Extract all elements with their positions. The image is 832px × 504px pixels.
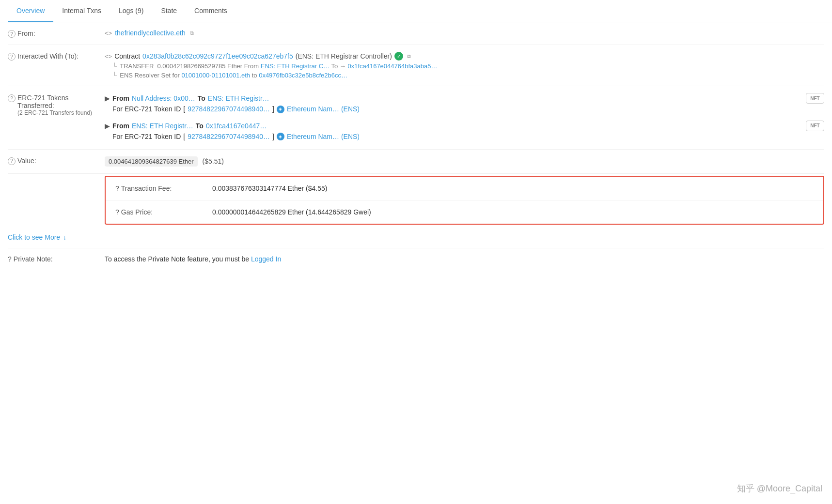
interacted-with-value: <> Contract 0x283af0b28c62c092c9727f1ee0… xyxy=(105,52,824,79)
value-row: ? Value: 0.004641809364827639 Ether ($5.… xyxy=(8,150,824,174)
main-content: ? From: <> thefriendlycollective.eth ⧉ ?… xyxy=(0,22,832,270)
transaction-fee-row: ? Transaction Fee: 0.003837676303147774 … xyxy=(106,177,823,200)
erc721-row: ? ERC-721 Tokens Transferred: (2 ERC-721… xyxy=(8,86,824,150)
from-address-link[interactable]: thefriendlycollective.eth xyxy=(115,29,186,37)
value-amount: 0.004641809364827639 Ether ($5.51) xyxy=(105,156,824,167)
erc721-value: ▶ From Null Address: 0x00… To ENS: ETH R… xyxy=(105,93,824,142)
nft-badge-1: NFT xyxy=(806,93,824,104)
eth-icon-1: ◈ xyxy=(277,106,284,113)
transfer1-token-name[interactable]: Ethereum Nam… (ENS) xyxy=(287,104,360,114)
from-value: <> thefriendlycollective.eth ⧉ xyxy=(105,29,824,37)
copy-from-icon[interactable]: ⧉ xyxy=(188,30,195,36)
resolver-link2[interactable]: 0x4976fb03c32e5b8cfe2b6cc… xyxy=(259,72,347,79)
gasprice-amount: 0.000000014644265829 Ether (14.644265829… xyxy=(212,208,371,216)
transfer-line: TRANSFER 0.000421982669529785 Ether From… xyxy=(112,62,824,70)
from-label: ? From: xyxy=(8,29,105,38)
resolver-line: ENS Resolver Set for 01001000-01101001.e… xyxy=(112,72,824,79)
interacted-with-row: ? Interacted With (To): <> Contract 0x28… xyxy=(8,45,824,86)
private-note-row: ? Private Note: To access the Private No… xyxy=(8,248,824,270)
transfer1-to-link[interactable]: ENS: ETH Registr… xyxy=(208,93,269,104)
value-usd: ($5.51) xyxy=(203,157,224,165)
transfer-to-link[interactable]: 0x1fca4167e044764bfa3aba5… xyxy=(347,62,437,70)
contract-prefix: Contract xyxy=(114,52,140,60)
contract-code-icon: <> xyxy=(105,53,112,60)
transfer2-token-name[interactable]: Ethereum Nam… (ENS) xyxy=(287,131,360,142)
tab-bar: Overview Internal Txns Logs (9) State Co… xyxy=(0,0,832,22)
logged-in-link[interactable]: Logged In xyxy=(251,255,281,263)
arrow-icon-2: ▶ xyxy=(105,121,110,131)
private-note-text: To access the Private Note feature, you … xyxy=(105,255,281,263)
erc721-help-icon[interactable]: ? xyxy=(8,94,16,102)
txfee-help-icon[interactable]: ? xyxy=(115,184,119,192)
transfer2-to-link[interactable]: 0x1fca4167e0447… xyxy=(206,121,267,131)
eth-icon-2: ◈ xyxy=(277,133,284,140)
tab-internal-txns[interactable]: Internal Txns xyxy=(53,0,110,22)
value-help-icon[interactable]: ? xyxy=(8,157,16,165)
resolver-link1[interactable]: 01001000-01101001.eth xyxy=(181,72,250,79)
transfer1-from-link[interactable]: Null Address: 0x00… xyxy=(132,93,195,104)
value-label: ? Value: xyxy=(8,156,105,165)
txfee-amount: 0.003837676303147774 Ether ($4.55) xyxy=(212,184,327,192)
verified-icon: ✓ xyxy=(394,52,403,61)
interacted-help-icon[interactable]: ? xyxy=(8,53,16,61)
arrow-icon-1: ▶ xyxy=(105,93,110,104)
contract-address-link[interactable]: 0x283af0b28c62c092c9727f1ee09c02ca627eb7… xyxy=(142,52,293,60)
gasprice-help-icon[interactable]: ? xyxy=(115,208,119,216)
tab-logs[interactable]: Logs (9) xyxy=(110,0,152,22)
tab-state[interactable]: State xyxy=(152,0,186,22)
value-ether-badge: 0.004641809364827639 Ether xyxy=(105,156,198,167)
from-row: ? From: <> thefriendlycollective.eth ⧉ xyxy=(8,22,824,45)
contract-name: (ENS: ETH Registrar Controller) xyxy=(296,52,392,60)
from-help-icon[interactable]: ? xyxy=(8,30,16,38)
erc721-transfer-2: ▶ From ENS: ETH Registr… To 0x1fca4167e0… xyxy=(105,121,824,142)
tab-comments[interactable]: Comments xyxy=(186,0,236,22)
red-box-container: ? Transaction Fee: 0.003837676303147774 … xyxy=(8,174,824,227)
code-icon: <> xyxy=(105,30,112,37)
transfer2-token-id[interactable]: 92784822967074498940… xyxy=(188,131,270,142)
erc721-transfer-1: ▶ From Null Address: 0x00… To ENS: ETH R… xyxy=(105,93,824,115)
tab-overview[interactable]: Overview xyxy=(8,0,53,22)
transfer-from-link[interactable]: ENS: ETH Registrar C… xyxy=(261,62,330,70)
see-more-link[interactable]: Click to see More ↓ xyxy=(8,227,824,248)
gas-price-row: ? Gas Price: 0.000000014644265829 Ether … xyxy=(106,200,823,224)
erc721-label: ? ERC-721 Tokens Transferred: (2 ERC-721… xyxy=(8,93,105,116)
nft-badge-2: NFT xyxy=(806,121,824,131)
transfer2-from-link[interactable]: ENS: ETH Registr… xyxy=(132,121,193,131)
interacted-with-label: ? Interacted With (To): xyxy=(8,52,105,61)
transfer1-token-id[interactable]: 92784822967074498940… xyxy=(188,104,270,114)
fee-gas-box: ? Transaction Fee: 0.003837676303147774 … xyxy=(105,176,824,225)
privatenote-help-icon[interactable]: ? xyxy=(8,255,12,263)
copy-contract-icon[interactable]: ⧉ xyxy=(406,53,412,60)
